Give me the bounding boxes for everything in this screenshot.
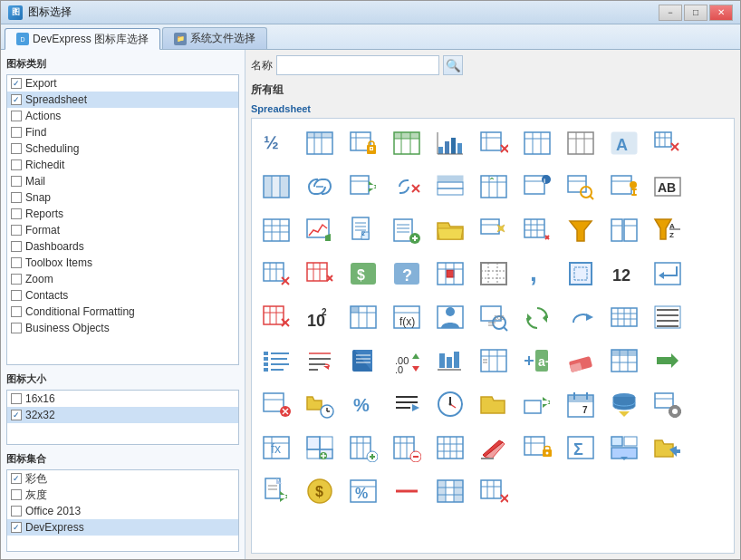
icon-cell-arrow-export[interactable] (516, 383, 558, 425)
list-item-32x32[interactable]: 32x32 (7, 407, 238, 423)
icon-cell-x-circle[interactable] (255, 383, 297, 425)
icon-cell-percent[interactable]: % (342, 383, 384, 425)
icon-cell-file-export[interactable] (255, 470, 297, 512)
checkbox-actions[interactable] (11, 111, 22, 121)
icon-cell-calendar[interactable]: 7 (560, 383, 601, 425)
icon-cell-table-i[interactable]: i (516, 166, 558, 208)
icon-cell-key-table[interactable] (603, 166, 645, 208)
list-item-export[interactable]: Export (7, 75, 238, 92)
icon-cell-table-blue3[interactable] (603, 340, 645, 381)
icon-cell-refresh[interactable] (516, 296, 558, 338)
tab-system[interactable]: 📁 系统文件选择 (162, 27, 267, 49)
list-item-reports[interactable]: Reports (7, 206, 238, 222)
icon-cell-number-12[interactable]: 12 (603, 253, 645, 294)
list-item-mail[interactable]: Mail (7, 173, 238, 189)
list-item-actions[interactable]: Actions (7, 108, 238, 124)
list-item-16x16[interactable]: 16x16 (7, 391, 238, 407)
icon-cell-eraser2[interactable] (473, 427, 515, 468)
icon-cell-table-blank[interactable] (342, 296, 384, 338)
checkbox-richedit[interactable] (11, 159, 22, 170)
icon-cell-fraction[interactable]: ½ (255, 122, 297, 164)
icon-cell-formula2[interactable]: fx (255, 427, 297, 468)
icon-cell-bars[interactable] (429, 340, 471, 381)
icon-cell-folder2[interactable] (473, 383, 515, 425)
close-button[interactable]: ✕ (709, 5, 733, 21)
icon-cell-link-x[interactable] (386, 166, 428, 208)
minimize-button[interactable]: － (659, 5, 682, 21)
icon-cell-folder-clock[interactable] (299, 383, 341, 425)
icon-cell-col-remove[interactable] (386, 427, 428, 468)
icon-cell-table-x3[interactable] (255, 296, 297, 338)
icon-cell-arrow-right2[interactable] (647, 340, 688, 381)
icon-cell-table-plain[interactable] (560, 122, 601, 164)
icon-cell-enter[interactable] (647, 253, 688, 294)
icon-cell-table-merge[interactable] (603, 427, 645, 468)
icon-cell-sparkle[interactable] (473, 209, 515, 251)
icon-cell-table-stretch[interactable] (473, 166, 515, 208)
icon-cell-book[interactable] (342, 340, 384, 381)
tab-devexpress[interactable]: D DevExpress 图标库选择 (5, 28, 160, 50)
icon-cell-table-blue2[interactable] (516, 122, 558, 164)
collection-list[interactable]: 彩色 灰度 Office 2013 DevExpress (6, 469, 239, 552)
checkbox-16x16[interactable] (11, 393, 22, 404)
icons-scroll[interactable]: ½ (251, 118, 735, 554)
search-button[interactable]: 🔍 (443, 55, 463, 75)
icon-cell-table-x[interactable] (473, 122, 515, 164)
icon-cell-minus[interactable] (386, 470, 428, 512)
icon-cell-arrow-right[interactable] (342, 166, 384, 208)
list-item-color[interactable]: 彩色 (7, 470, 238, 487)
icon-cell-power[interactable]: 10 2 (299, 296, 341, 338)
icon-cell-folder-open[interactable] (429, 209, 471, 251)
icon-cell-magnifier[interactable]: 100 (473, 296, 515, 338)
checkbox-spreadsheet[interactable] (11, 94, 22, 105)
checkbox-grayscale[interactable] (11, 489, 22, 500)
icon-cell-funnel-az[interactable]: A Z (647, 209, 688, 251)
icon-cell-small-grid[interactable] (603, 296, 645, 338)
icon-cell-question[interactable]: ? (386, 253, 428, 294)
list-item-contacts[interactable]: Contacts (7, 287, 238, 304)
icon-cell-table-x4[interactable] (473, 470, 515, 512)
search-input[interactable] (276, 55, 439, 75)
icon-cell-dollar[interactable]: $ (342, 253, 384, 294)
list-item-scheduling[interactable]: Scheduling (7, 140, 238, 157)
checkbox-contacts[interactable] (11, 290, 22, 301)
icon-cell-table-rows[interactable] (429, 166, 471, 208)
category-list[interactable]: Export Spreadsheet Actions Find (6, 74, 239, 365)
icon-cell-search-table[interactable] (560, 166, 601, 208)
list-item-spreadsheet[interactable]: Spreadsheet (7, 92, 238, 108)
maximize-button[interactable]: □ (684, 5, 707, 21)
list-item-office2013[interactable]: Office 2013 (7, 503, 238, 519)
checkbox-find[interactable] (11, 127, 22, 138)
icon-cell-table-x2[interactable] (647, 122, 688, 164)
icon-cell-table-cols2[interactable] (429, 470, 471, 512)
checkbox-business[interactable] (11, 323, 22, 333)
checkbox-snap[interactable] (11, 192, 22, 203)
checkbox-color[interactable] (11, 473, 22, 484)
icon-cell-table-lines[interactable] (255, 209, 297, 251)
icon-cell-page-add[interactable] (386, 209, 428, 251)
icon-cell-plus-a[interactable]: a+ (516, 340, 558, 381)
list-item-grayscale[interactable]: 灰度 (7, 487, 238, 503)
icon-cell-database[interactable] (603, 383, 645, 425)
list-item-devexpress[interactable]: DevExpress (7, 519, 238, 536)
list-item-zoom[interactable]: Zoom (7, 271, 238, 287)
list-item-dashboards[interactable]: Dashboards (7, 238, 238, 255)
icon-cell-cell-red[interactable] (429, 253, 471, 294)
checkbox-devexpress-col[interactable] (11, 522, 22, 533)
icon-cell-text-wrap[interactable] (299, 340, 341, 381)
list-item-find[interactable]: Find (7, 124, 238, 140)
icon-cell-table-lock2[interactable] (516, 427, 558, 468)
icon-cell-redo[interactable] (560, 296, 601, 338)
icon-cell-folder-arrow[interactable] (647, 427, 688, 468)
icon-cell-table-AB[interactable]: AB (647, 166, 688, 208)
icon-cell-funnel[interactable] (560, 209, 601, 251)
icon-cell-person[interactable] (429, 296, 471, 338)
list-item-conditional[interactable]: Conditional Formatting (7, 304, 238, 320)
list-item-toolbox[interactable]: Toolbox Items (7, 255, 238, 271)
icon-cell-table-gear[interactable] (647, 383, 688, 425)
checkbox-toolbox[interactable] (11, 257, 22, 268)
list-item-business[interactable]: Business Objects (7, 320, 238, 336)
checkbox-32x32[interactable] (11, 410, 22, 420)
icon-cell-text-cols[interactable] (473, 340, 515, 381)
icon-cell-link[interactable] (299, 166, 341, 208)
